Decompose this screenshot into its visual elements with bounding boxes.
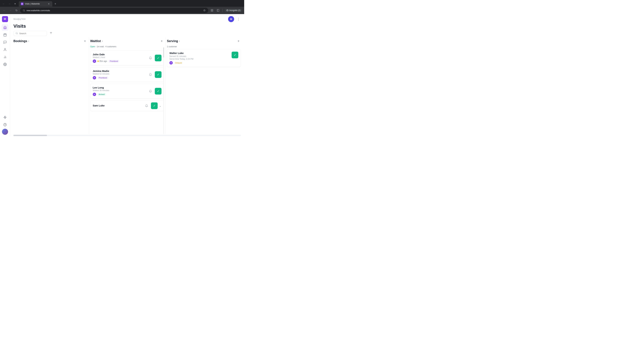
waitlist-column-header: Waitlist › + xyxy=(90,37,164,45)
sidebar-user-avatar[interactable] xyxy=(2,129,8,135)
user-avatar-top[interactable]: M xyxy=(228,16,234,22)
serving-info-walter-luke: Walter Luke Served 31 minutes Serve time… xyxy=(170,52,230,64)
check-button-walter-luke[interactable]: ✓ xyxy=(232,52,238,58)
sidebar-item-help[interactable] xyxy=(2,121,8,128)
check-button-john-dale[interactable]: ✓ xyxy=(155,55,162,61)
forward-nav-button[interactable]: → xyxy=(8,8,13,13)
expand-button-sam-luke[interactable]: ⌄ xyxy=(159,104,162,108)
tab-bar: ← → ▼ W Visits | Waitwhile ✕ + xyxy=(0,0,244,7)
serving-meta-walter-luke: M Delayed xyxy=(170,61,230,64)
tab-close-button[interactable]: ✕ xyxy=(47,2,50,5)
customer-info-jemina-madie: Jemina Madie Waited 52 minutes M Priorit… xyxy=(93,69,146,79)
address-bar[interactable]: new.waitwhile.com/visits xyxy=(20,8,208,13)
sidebar-item-lightning[interactable] xyxy=(2,114,8,121)
app-layout: M xyxy=(0,14,244,137)
search-icon xyxy=(16,32,18,35)
bookings-column-content xyxy=(14,45,88,134)
svg-point-10 xyxy=(4,48,6,50)
sidebar-item-users[interactable] xyxy=(2,46,8,53)
sidebar-item-home[interactable] xyxy=(2,24,8,31)
back-nav-button[interactable]: ← xyxy=(2,8,7,13)
search-input-wrapper[interactable] xyxy=(14,31,47,36)
svg-line-19 xyxy=(17,34,18,34)
sidebar-item-analytics[interactable] xyxy=(2,54,8,60)
svg-rect-1 xyxy=(211,9,212,10)
sidebar-item-calendar[interactable] xyxy=(2,31,8,38)
waitlist-chevron-icon: › xyxy=(102,39,103,42)
bell-button-john-dale[interactable] xyxy=(148,55,154,61)
filter-button[interactable] xyxy=(49,31,53,36)
new-tab-button[interactable]: + xyxy=(53,1,58,6)
serving-customer-count: 1 customer xyxy=(167,45,241,48)
address-text: new.waitwhile.com/visits xyxy=(26,9,202,12)
bookings-column: Bookings › + xyxy=(14,37,88,134)
active-tab[interactable]: W Visits | Waitwhile ✕ xyxy=(19,1,52,6)
customer-meta-jemina-madie: M Prioritized xyxy=(93,76,146,79)
sidebar-logo[interactable]: M xyxy=(2,16,8,22)
svg-rect-5 xyxy=(217,9,219,11)
horizontal-scrollbar-thumb[interactable] xyxy=(14,135,47,136)
bell-button-jemina-madie[interactable] xyxy=(148,71,154,78)
bell-button-sam-luke[interactable] xyxy=(144,103,150,109)
waitlist-status: Open · 1m wait · 4 customers xyxy=(90,45,164,49)
card-actions-john-dale: ✓ xyxy=(148,55,162,61)
waitlist-column: Waitlist › + Open · 1m wait · 4 customer… xyxy=(90,37,164,134)
bookings-column-title[interactable]: Bookings › xyxy=(14,39,29,43)
check-button-lee-long[interactable]: ✓ xyxy=(155,88,162,94)
bookings-chevron-icon: › xyxy=(28,39,29,42)
card-actions-sam-luke: ✓ ⌄ xyxy=(144,102,162,109)
serving-column: Serving › + 1 customer Walter Luke Serve… xyxy=(167,37,241,134)
serving-column-header: Serving › + xyxy=(167,37,241,45)
bookings-add-button[interactable]: + xyxy=(83,39,88,43)
sidebar-bottom xyxy=(2,114,8,135)
page-title: Visits xyxy=(14,23,26,29)
customer-info-sam-luke: Sam Luke xyxy=(93,104,142,107)
serving-add-button[interactable]: + xyxy=(236,39,241,43)
check-button-jemina-madie[interactable]: ✓ xyxy=(155,71,162,78)
customer-badge-john-dale: Prioritized xyxy=(108,60,119,62)
customer-meta-lee-long: M Arrived xyxy=(93,93,146,96)
waitlist-scrollbar-thumb[interactable] xyxy=(163,47,164,57)
waitlist-card-jemina-madie[interactable]: Jemina Madie Waited 52 minutes M Priorit… xyxy=(90,67,164,82)
waitlist-card-lee-long[interactable]: Lee Long Waited 35 minutes M Arrived xyxy=(90,84,164,98)
svg-rect-4 xyxy=(212,10,213,11)
card-actions-jemina-madie: ✓ xyxy=(148,71,162,78)
incognito-badge: Incognito (2) xyxy=(224,9,242,12)
back-button[interactable]: ← xyxy=(1,1,6,6)
card-actions-lee-long: ✓ xyxy=(148,88,162,94)
serving-column-content: 1 customer Walter Luke Served 31 minutes… xyxy=(167,45,241,134)
search-input[interactable] xyxy=(19,32,45,35)
waitlist-card-john-dale[interactable]: John Dale Waited 1 hour M 35m ago xyxy=(90,50,164,65)
time-dot-icon xyxy=(98,60,99,62)
extensions-button[interactable] xyxy=(210,8,214,13)
waitlist-add-button[interactable]: + xyxy=(159,39,164,43)
check-button-sam-luke[interactable]: ✓ xyxy=(151,102,158,109)
waitlist-column-content[interactable]: Open · 1m wait · 4 customers John Dale W… xyxy=(90,45,164,134)
customer-avatar-john-dale: M xyxy=(93,59,96,63)
more-menu-button[interactable]: ⋮ xyxy=(236,16,241,22)
serving-card-walter-luke[interactable]: Walter Luke Served 31 minutes Serve time… xyxy=(167,49,241,67)
bell-button-lee-long[interactable] xyxy=(148,88,154,94)
sidebar: M xyxy=(0,14,10,137)
waitlist-scrollbar-track xyxy=(163,47,164,134)
recent-tabs-button[interactable]: ▼ xyxy=(13,1,18,6)
customer-badge-lee-long: Arrived xyxy=(98,93,106,96)
columns-area: Bookings › + Waitlist › + xyxy=(10,37,244,134)
sidebar-item-chat[interactable] xyxy=(2,39,8,45)
serving-avatar-walter-luke: M xyxy=(170,61,173,64)
serving-column-title[interactable]: Serving › xyxy=(167,39,180,43)
serving-badge-walter-luke: Delayed xyxy=(174,61,183,64)
customer-meta-john-dale: M 35m ago Prioritized xyxy=(93,59,146,63)
svg-rect-2 xyxy=(212,9,213,10)
horizontal-scrollbar[interactable] xyxy=(14,135,241,136)
customer-info-lee-long: Lee Long Waited 35 minutes M Arrived xyxy=(93,86,146,96)
waitlist-card-sam-luke[interactable]: Sam Luke ✓ ⌄ xyxy=(90,100,164,111)
sidebar-toggle-button[interactable] xyxy=(216,8,220,13)
search-bar-area xyxy=(10,30,244,37)
waitlist-column-title[interactable]: Waitlist › xyxy=(90,39,103,43)
reload-button[interactable]: ↻ xyxy=(14,8,19,13)
forward-button[interactable]: → xyxy=(7,1,12,6)
sidebar-item-settings[interactable] xyxy=(2,61,8,68)
browser-chrome: ← → ▼ W Visits | Waitwhile ✕ + ← → ↻ new… xyxy=(0,0,244,14)
customer-avatar-jemina-madie: M xyxy=(93,76,96,79)
